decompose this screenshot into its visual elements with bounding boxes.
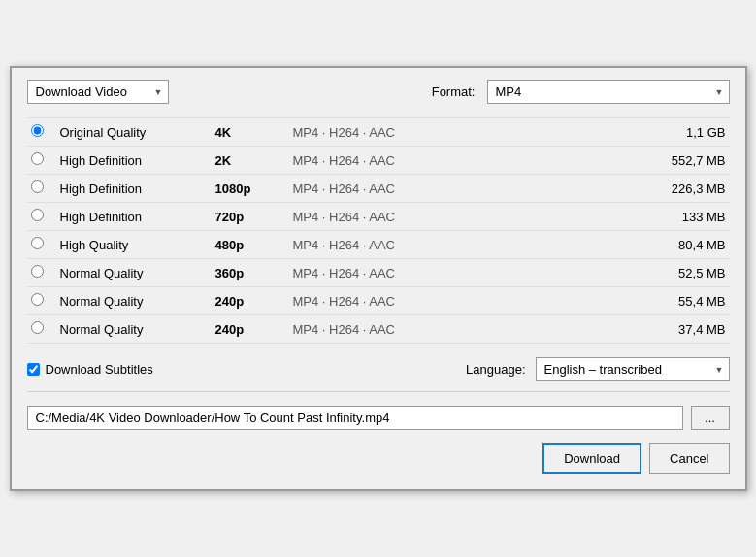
type-select-wrapper[interactable]: Download Video Download Audio Download S… — [27, 80, 169, 104]
radio-cell[interactable] — [27, 231, 56, 259]
resolution-value: 240p — [212, 315, 289, 344]
resolution-value: 1080p — [212, 175, 289, 203]
type-dropdown[interactable]: Download Video Download Audio Download S… — [27, 80, 169, 104]
size-value: 55,4 MB — [571, 287, 729, 315]
subtitle-text: Download Subtitles — [46, 362, 153, 377]
subtitle-row: Download Subtitles Language: English – t… — [27, 357, 730, 392]
top-row: Download Video Download Audio Download S… — [27, 80, 730, 104]
size-value: 52,5 MB — [571, 259, 729, 287]
quality-label: Original Quality — [56, 118, 212, 147]
language-dropdown[interactable]: English – transcribed English French Spa… — [536, 357, 730, 381]
format-dropdown[interactable]: MP4 MKV WEBM AVI — [487, 80, 730, 104]
action-row: Download Cancel — [27, 443, 730, 474]
resolution-value: 360p — [212, 259, 289, 287]
table-row: High Definition 720p MP4 · H264 · AAC 13… — [27, 203, 730, 231]
radio-cell[interactable] — [27, 287, 56, 315]
format-select-wrapper[interactable]: MP4 MKV WEBM AVI — [487, 80, 730, 104]
size-value: 133 MB — [571, 203, 729, 231]
quality-radio[interactable] — [31, 237, 44, 249]
quality-label: High Definition — [56, 147, 212, 175]
table-row: Original Quality 4K MP4 · H264 · AAC 1,1… — [27, 118, 730, 147]
codec-value: MP4 · H264 · AAC — [289, 118, 572, 147]
codec-value: MP4 · H264 · AAC — [289, 315, 572, 344]
quality-table: Original Quality 4K MP4 · H264 · AAC 1,1… — [27, 117, 730, 344]
codec-value: MP4 · H264 · AAC — [289, 231, 572, 259]
path-input[interactable] — [27, 406, 683, 430]
language-label: Language: — [466, 362, 525, 377]
size-value: 37,4 MB — [571, 315, 729, 344]
codec-value: MP4 · H264 · AAC — [289, 259, 572, 287]
browse-button[interactable]: ... — [691, 406, 730, 430]
quality-label: Normal Quality — [56, 315, 212, 344]
table-row: High Definition 2K MP4 · H264 · AAC 552,… — [27, 147, 730, 175]
radio-cell[interactable] — [27, 259, 56, 287]
radio-cell[interactable] — [27, 118, 56, 147]
quality-radio[interactable] — [31, 265, 44, 278]
codec-value: MP4 · H264 · AAC — [289, 147, 572, 175]
quality-radio[interactable] — [31, 152, 44, 165]
radio-cell[interactable] — [27, 147, 56, 175]
table-row: High Definition 1080p MP4 · H264 · AAC 2… — [27, 175, 730, 203]
subtitle-checkbox[interactable] — [27, 363, 40, 376]
quality-radio[interactable] — [31, 209, 44, 221]
download-button[interactable]: Download — [542, 443, 641, 474]
quality-radio[interactable] — [31, 180, 44, 193]
download-dialog: Download Video Download Audio Download S… — [10, 66, 747, 491]
table-row: Normal Quality 360p MP4 · H264 · AAC 52,… — [27, 259, 730, 287]
path-row: ... — [27, 406, 730, 430]
resolution-value: 720p — [212, 203, 289, 231]
cancel-button[interactable]: Cancel — [649, 443, 729, 474]
table-row: Normal Quality 240p MP4 · H264 · AAC 37,… — [27, 315, 730, 344]
size-value: 226,3 MB — [571, 175, 729, 203]
quality-radio[interactable] — [31, 293, 44, 306]
resolution-value: 4K — [212, 118, 289, 147]
resolution-value: 480p — [212, 231, 289, 259]
size-value: 1,1 GB — [571, 118, 729, 147]
size-value: 80,4 MB — [571, 231, 729, 259]
radio-cell[interactable] — [27, 315, 56, 344]
quality-radio[interactable] — [31, 321, 44, 334]
quality-label: Normal Quality — [56, 259, 212, 287]
format-label: Format: — [432, 84, 476, 99]
table-row: Normal Quality 240p MP4 · H264 · AAC 55,… — [27, 287, 730, 315]
radio-cell[interactable] — [27, 175, 56, 203]
quality-radio[interactable] — [31, 124, 44, 137]
subtitle-label[interactable]: Download Subtitles — [27, 362, 153, 377]
resolution-value: 2K — [212, 147, 289, 175]
resolution-value: 240p — [212, 287, 289, 315]
quality-label: Normal Quality — [56, 287, 212, 315]
codec-value: MP4 · H264 · AAC — [289, 175, 572, 203]
quality-label: High Definition — [56, 175, 212, 203]
quality-label: High Quality — [56, 231, 212, 259]
size-value: 552,7 MB — [571, 147, 729, 175]
codec-value: MP4 · H264 · AAC — [289, 203, 572, 231]
codec-value: MP4 · H264 · AAC — [289, 287, 572, 315]
table-row: High Quality 480p MP4 · H264 · AAC 80,4 … — [27, 231, 730, 259]
quality-label: High Definition — [56, 203, 212, 231]
language-select-wrapper[interactable]: English – transcribed English French Spa… — [536, 357, 730, 381]
radio-cell[interactable] — [27, 203, 56, 231]
